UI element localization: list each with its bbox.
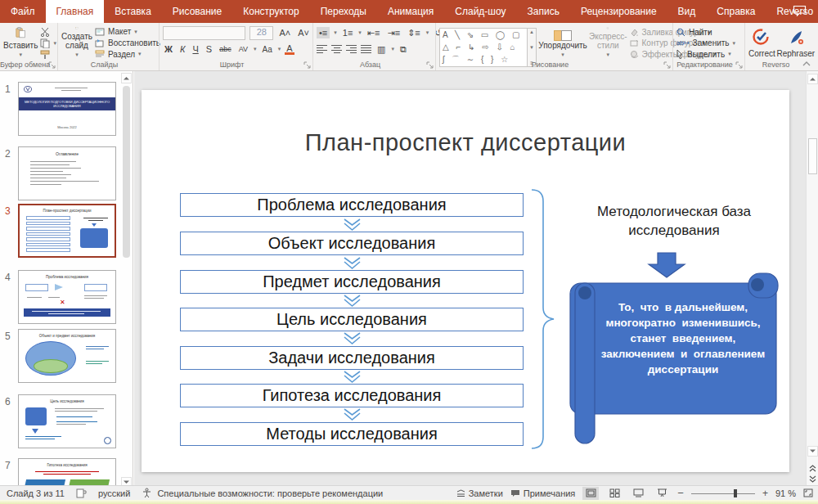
flow-box-goal[interactable]: Цель исследования <box>180 308 524 331</box>
reset-button[interactable]: Восстановить <box>95 38 160 48</box>
align-center-button[interactable] <box>331 45 342 53</box>
format-painter-button[interactable] <box>40 50 56 60</box>
shapes-row-2[interactable]: △ ⌐ ↳ ⇨ ⇩ ⌂ <box>443 43 524 52</box>
thumbnail-scroll-thumb[interactable] <box>123 86 130 258</box>
shrink-font-button[interactable]: A˅ <box>296 28 311 38</box>
zoom-level[interactable]: 91 % <box>775 488 796 498</box>
reverso-rephraser-button[interactable]: Rephraser <box>778 25 814 59</box>
shapes-row-1[interactable]: A ╲ ⇘ ▭ ◯ ▢ <box>443 30 524 40</box>
find-button[interactable]: Найти <box>676 28 735 37</box>
section-button[interactable]: Раздел▾ <box>95 49 160 59</box>
strikethrough-button[interactable]: abc <box>218 45 233 53</box>
normal-view-button[interactable] <box>582 487 599 500</box>
thumbnail-scroll-down-button[interactable] <box>121 477 132 485</box>
bold-button[interactable]: Ж <box>163 44 174 54</box>
zoom-slider-thumb[interactable] <box>734 489 737 497</box>
tab-animations[interactable]: Анимация <box>377 0 444 23</box>
align-left-button[interactable] <box>317 45 327 53</box>
tab-transitions[interactable]: Переходы <box>310 0 377 23</box>
align-right-button[interactable] <box>346 45 357 53</box>
editor-scroll-thumb[interactable] <box>808 138 817 174</box>
character-spacing-button[interactable]: AV <box>237 45 249 53</box>
copy-button[interactable]: ▾ <box>40 38 56 48</box>
tab-design[interactable]: Конструктор <box>232 0 309 23</box>
decrease-indent-button[interactable]: ⇤≡ <box>366 28 382 38</box>
slide-title[interactable]: План-проспект диссертации <box>142 129 789 156</box>
accessibility-check-status[interactable]: Специальные возможности: проверьте реком… <box>157 488 383 498</box>
editor-vertical-scrollbar[interactable] <box>806 71 818 485</box>
slide-4-thumbnail[interactable]: Проблема исследования ✕ <box>18 270 116 324</box>
collapse-ribbon-icon[interactable] <box>802 61 811 67</box>
tab-file[interactable]: Файл <box>0 0 46 23</box>
slide-3-thumbnail-selected[interactable]: План-проспект диссертации <box>18 204 116 258</box>
numbering-button[interactable]: 1≡ <box>341 28 355 38</box>
justify-button[interactable] <box>361 45 371 53</box>
paste-button[interactable]: Вставить ▾ <box>3 25 38 59</box>
font-name-combobox[interactable] <box>163 26 245 40</box>
feedback-comment-icon[interactable] <box>793 5 807 16</box>
layout-button[interactable]: Макет▾ <box>95 27 160 37</box>
change-case-button[interactable]: Aa <box>261 45 274 54</box>
zoom-out-button[interactable]: − <box>677 487 684 499</box>
slide-sorter-view-button[interactable] <box>606 487 622 500</box>
flow-box-hypothesis[interactable]: Гипотеза исследования <box>180 384 524 407</box>
tab-record[interactable]: Запись <box>517 0 570 23</box>
text-shadow-button[interactable]: S <box>204 44 213 54</box>
slide-7-thumbnail[interactable]: Гипотеза исследования <box>18 458 116 485</box>
new-slide-button[interactable]: Создать слайд ▾ <box>61 25 92 59</box>
reading-view-button[interactable] <box>630 487 646 500</box>
slide-5-thumbnail[interactable]: Объект и предмет исследования <box>18 329 116 383</box>
tab-view[interactable]: Вид <box>667 0 707 23</box>
flow-box-subject[interactable]: Предмет исследования <box>180 270 524 294</box>
zoom-slider[interactable] <box>691 487 755 500</box>
shapes-gallery[interactable]: A ╲ ⇘ ▭ ◯ ▢ △ ⌐ ↳ ⇨ ⇩ ⌂ ʃ ⌒ ∼ { } ☆ ▲▼≡ <box>439 25 537 59</box>
thumbnail-scroll-up-button[interactable] <box>121 73 132 83</box>
editor-scroll-down-button[interactable] <box>807 446 818 457</box>
cut-button[interactable] <box>40 27 56 37</box>
tab-slideshow[interactable]: Слайд-шоу <box>444 0 516 23</box>
slideshow-view-button[interactable] <box>654 487 670 500</box>
font-size-combobox[interactable]: 28 <box>249 26 273 40</box>
increase-indent-button[interactable]: ⇥≡ <box>386 28 402 38</box>
columns-button[interactable]: ▥ <box>375 44 387 55</box>
flow-box-problem[interactable]: Проблема исследования <box>180 193 524 217</box>
grow-font-button[interactable]: A˄ <box>277 28 292 38</box>
notes-toggle[interactable]: Заметки <box>456 488 503 498</box>
line-spacing-button[interactable]: ⇕≡ <box>406 28 422 38</box>
slide-2-thumbnail[interactable]: Оглавление <box>18 146 116 200</box>
language-indicator[interactable]: русский <box>98 488 130 498</box>
slide-canvas[interactable]: План-проспект диссертации Проблема иссле… <box>142 90 789 472</box>
italic-button[interactable]: К <box>178 44 187 54</box>
tab-draw[interactable]: Рисование <box>162 0 232 23</box>
editing-dialog-launcher[interactable] <box>735 61 743 69</box>
flow-box-tasks[interactable]: Задачи исследования <box>180 346 524 370</box>
replace-button[interactable]: ab↦ Заменить▾ <box>676 38 735 47</box>
scroll-body-text[interactable]: То, что в дальнейшем, многократно измени… <box>590 299 776 377</box>
methodology-base-heading[interactable]: Методологическая база исследования <box>567 202 781 240</box>
fit-slide-to-window-icon[interactable] <box>803 488 813 497</box>
tab-home[interactable]: Главная <box>46 0 105 23</box>
slide-counter[interactable]: Слайд 3 из 11 <box>7 488 65 498</box>
paragraph-dialog-launcher[interactable] <box>426 61 434 69</box>
editor-scroll-up-button[interactable] <box>807 74 818 84</box>
tab-help[interactable]: Справка <box>706 0 766 23</box>
comments-toggle[interactable]: Примечания <box>510 488 576 498</box>
thumbnail-scrollbar[interactable] <box>121 73 132 482</box>
quick-styles-button[interactable]: Экспресс-стили ▾ <box>589 25 627 59</box>
tab-review[interactable]: Рецензирование <box>570 0 667 23</box>
zoom-in-button[interactable]: + <box>762 488 768 499</box>
font-color-button[interactable]: А <box>285 44 294 55</box>
next-slide-button[interactable] <box>807 471 818 486</box>
drawing-dialog-launcher[interactable] <box>663 61 671 69</box>
slide-1-thumbnail[interactable]: МЕТОДОЛОГИЯ ПОДГОТОВКИ ДИССЕРТАЦИОННОГО … <box>18 82 116 136</box>
tab-insert[interactable]: Вставка <box>104 0 162 23</box>
flow-box-object[interactable]: Объект исследования <box>180 232 524 255</box>
bullets-button[interactable]: •≡ <box>317 27 330 38</box>
flow-box-methods[interactable]: Методы исследования <box>180 422 524 446</box>
arrange-button[interactable]: Упорядочить ▾ <box>539 25 587 59</box>
slide-6-thumbnail[interactable]: Цель исследования <box>18 394 116 448</box>
font-dialog-launcher[interactable] <box>303 61 311 69</box>
select-button[interactable]: Выделить▾ <box>676 50 735 59</box>
reverso-correct-button[interactable]: Correct <box>748 25 775 59</box>
clipboard-dialog-launcher[interactable] <box>48 61 56 69</box>
